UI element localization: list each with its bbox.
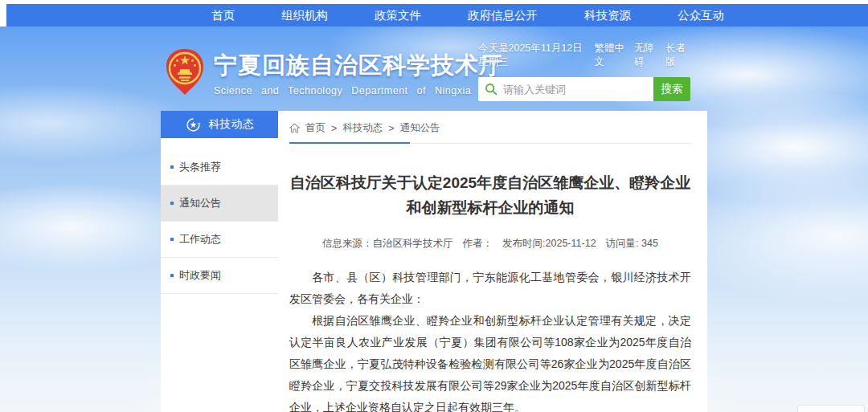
star-circle-icon [186, 117, 201, 133]
site-brand[interactable]: 宁夏回族自治区科学技术厅 Science and Technology Depa… [164, 48, 503, 96]
sidebar-title: 科技动态 [209, 117, 254, 132]
sidebar-item-current-politics[interactable]: 时政要闻 [161, 258, 278, 294]
content-panel: 科技动态 头条推荐 通知公告 工作动态 时政要闻 [161, 111, 707, 412]
national-emblem-logo [164, 48, 206, 96]
sidebar-item-label: 工作动态 [179, 232, 221, 247]
sidebar-header: 科技动态 [161, 111, 278, 138]
floating-widget[interactable] [797, 405, 865, 412]
sidebar: 科技动态 头条推荐 通知公告 工作动态 时政要闻 [161, 111, 278, 412]
utility-links: 繁體中文 无障碍 长者版 [595, 42, 690, 69]
breadcrumb-separator: > [388, 123, 394, 134]
nav-item-home[interactable]: 首页 [188, 8, 258, 23]
sidebar-item-notices[interactable]: 通知公告 [161, 186, 278, 222]
link-elderly-version[interactable]: 长者版 [665, 42, 690, 69]
site-header: 宁夏回族自治区科学技术厅 Science and Technology Depa… [0, 39, 868, 112]
breadcrumb: 首页 > 科技动态 > 通知公告 [289, 121, 691, 144]
nav-item-tech-resources[interactable]: 科技资源 [561, 8, 654, 23]
bullet-icon [170, 165, 174, 169]
bullet-icon [170, 202, 174, 205]
search-button[interactable]: 搜索 [653, 77, 690, 101]
current-date: 今天是2025年11月12日 星期三 [478, 42, 595, 69]
breadcrumb-notices[interactable]: 通知公告 [400, 121, 440, 135]
nav-item-policy-documents[interactable]: 政策文件 [351, 8, 444, 23]
sidebar-item-label: 时政要闻 [179, 268, 221, 283]
brand-text: 宁夏回族自治区科学技术厅 Science and Technology Depa… [214, 48, 503, 96]
bullet-icon [170, 238, 174, 241]
search-input[interactable] [503, 84, 647, 96]
breadcrumb-separator: > [331, 123, 337, 134]
site-subtitle: Science and Technology Department of Nin… [214, 85, 503, 96]
article-title: 自治区科技厅关于认定2025年度自治区雏鹰企业、瞪羚企业 和创新型标杆企业的通知 [289, 170, 691, 220]
header-right: 今天是2025年11月12日 星期三 繁體中文 无障碍 长者版 搜索 [478, 42, 690, 101]
nav-item-organization[interactable]: 组织机构 [258, 8, 351, 23]
article-paragraph: 根据自治区雏鹰企业、瞪羚企业和创新型标杆企业认定管理有关规定，决定认定半亩良人农… [289, 310, 691, 412]
meta-source: 信息来源：自治区科学技术厅 [322, 237, 453, 251]
meta-author: 作者： [463, 237, 493, 251]
meta-publish-time: 发布时间:2025-11-12 [502, 237, 596, 251]
nav-item-gov-info-disclosure[interactable]: 政府信息公开 [444, 8, 561, 23]
search-bar: 搜索 [478, 77, 690, 101]
link-accessibility[interactable]: 无障碍 [634, 42, 659, 69]
link-traditional-chinese[interactable]: 繁體中文 [595, 42, 628, 69]
search-box [478, 77, 653, 101]
article-body: 各市、县（区）科技管理部门，宁东能源化工基地管委会，银川经济技术开发区管委会，各… [289, 267, 691, 412]
sidebar-item-headlines[interactable]: 头条推荐 [161, 149, 278, 186]
home-icon [289, 123, 300, 133]
article-paragraph: 各市、县（区）科技管理部门，宁东能源化工基地管委会，银川经济技术开发区管委会，各… [289, 267, 691, 310]
meta-views: 访问量: 345 [606, 237, 658, 251]
sidebar-item-label: 头条推荐 [179, 160, 221, 174]
date-row: 今天是2025年11月12日 星期三 繁體中文 无障碍 长者版 [478, 42, 690, 69]
sidebar-item-work-updates[interactable]: 工作动态 [161, 222, 278, 258]
top-navigation: 首页 组织机构 政策文件 政府信息公开 科技资源 公众互动 [6, 4, 868, 27]
article-meta: 信息来源：自治区科学技术厅 作者： 发布时间:2025-11-12 访问量: 3… [289, 237, 691, 251]
sidebar-item-label: 通知公告 [179, 196, 221, 210]
article-main: 首页 > 科技动态 > 通知公告 自治区科技厅关于认定2025年度自治区雏鹰企业… [278, 111, 707, 412]
breadcrumb-home[interactable]: 首页 [305, 121, 326, 135]
search-icon [485, 83, 497, 96]
site-title: 宁夏回族自治区科学技术厅 [214, 50, 503, 82]
sidebar-list: 头条推荐 通知公告 工作动态 时政要闻 [161, 149, 278, 294]
nav-item-public-interaction[interactable]: 公众互动 [654, 8, 747, 23]
breadcrumb-tech-news[interactable]: 科技动态 [342, 121, 383, 135]
article-title-line2: 和创新型标杆企业的通知 [289, 195, 691, 220]
article-title-line1: 自治区科技厅关于认定2025年度自治区雏鹰企业、瞪羚企业 [289, 170, 691, 195]
bullet-icon [170, 274, 174, 277]
